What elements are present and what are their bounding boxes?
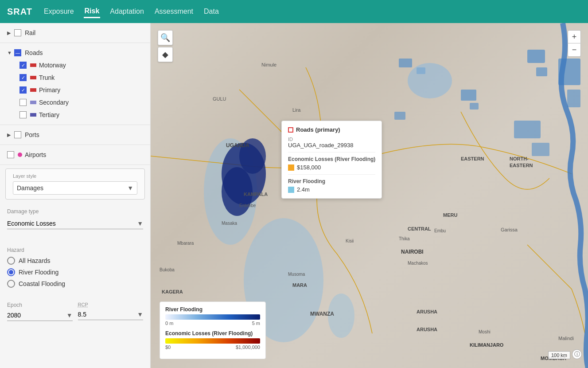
primary-color-swatch [30,88,36,92]
svg-point-17 [408,63,452,98]
nav-risk[interactable]: Risk [84,5,101,18]
popup-loss-swatch [288,164,294,171]
rail-layer-item[interactable]: ▶ Rail [5,27,145,39]
epoch-dropdown[interactable]: 2080 ▼ [7,310,73,321]
damage-type-dropdown[interactable]: Economic Losses ▼ [7,218,143,229]
hazard-all-label: All Hazards [19,257,51,264]
top-navigation: SRAT Exposure Risk Adaptation Assessment… [0,0,588,23]
svg-text:GULU: GULU [213,96,226,102]
hazard-coastal-radio-outer[interactable] [7,280,15,288]
sidebar: ▶ Rail ▼ Roads Motorway [0,23,151,368]
roads-checkbox[interactable] [14,49,21,56]
airports-layer-item[interactable]: Airports [5,149,145,161]
rail-layer-section: ▶ Rail [0,23,150,43]
map-area[interactable]: Nimule GULU Lira UGANDA Jinja KAMPALA En… [151,23,588,368]
hazard-all-radio-outer[interactable] [7,257,15,265]
info-button[interactable]: ⓘ [572,349,582,359]
svg-rect-15 [461,90,476,101]
rail-expand-icon[interactable]: ▶ [7,30,14,36]
ports-expand-icon[interactable]: ▶ [7,132,14,138]
epoch-col: Epoch 2080 ▼ [7,302,73,321]
svg-text:Garissa: Garissa [501,227,518,232]
svg-text:EASTERN: EASTERN [461,156,484,161]
popup-title-text: Roads (primary) [296,126,340,133]
roads-layer-item[interactable]: ▼ Roads [5,47,145,59]
secondary-checkbox[interactable] [19,99,27,106]
nav-data[interactable]: Data [203,6,220,17]
nav-adaptation[interactable]: Adaptation [109,6,145,17]
hazard-coastal-radio[interactable]: Coastal Flooding [7,280,143,288]
epoch-label: Epoch [7,302,73,308]
tertiary-layer-item[interactable]: Tertiary [18,109,145,121]
trunk-layer-item[interactable]: Trunk [18,71,145,84]
svg-text:NAIROBI: NAIROBI [401,249,424,255]
ports-checkbox[interactable] [14,131,21,138]
svg-rect-3 [527,50,545,63]
hazard-all-radio[interactable]: All Hazards [7,257,143,265]
svg-text:ARUSHA: ARUSHA [417,309,437,314]
popup-river-flooding-value: 2.4m [297,186,310,193]
svg-text:Machakos: Machakos [408,261,428,266]
primary-label: Primary [39,86,60,94]
popup-economic-losses-label: Economic Losses (River Flooding) [288,156,375,162]
layers-button[interactable]: ◆ [158,47,173,62]
motorway-color-swatch [30,63,36,67]
search-button[interactable]: 🔍 [158,30,173,45]
primary-layer-item[interactable]: Primary [18,84,145,96]
search-icon: 🔍 [160,33,170,43]
losses-legend-labels: $0 $1,000,000 [165,345,260,350]
svg-rect-12 [399,59,412,67]
svg-text:MARA: MARA [292,282,307,288]
popup-economic-losses-value: $158,000 [297,164,321,171]
flood-legend-gradient [165,314,260,320]
airports-dot [18,153,22,157]
airports-checkbox[interactable] [7,151,14,158]
rail-checkbox[interactable] [14,29,21,36]
layer-style-dropdown[interactable]: Damages ▼ [13,181,137,195]
layers-icon: ◆ [162,50,168,59]
damage-type-section: Damage type Economic Losses ▼ [0,203,150,242]
nav-assessment[interactable]: Assessment [154,6,194,17]
svg-text:Musoma: Musoma [288,272,305,277]
losses-legend-title: Economic Losses (River Flooding) [165,330,260,337]
motorway-label: Motorway [39,62,66,69]
epoch-section: Epoch 2080 ▼ RCP 8.5 ▼ [0,297,150,326]
svg-text:EASTERN: EASTERN [510,163,533,168]
svg-text:Nimule: Nimule [261,62,276,67]
zoom-out-button[interactable]: − [568,43,581,57]
popup-river-flooding-label: River Flooding [288,178,375,184]
svg-rect-7 [514,121,541,138]
hazard-river-radio-outer[interactable] [7,268,15,276]
popup-divider-1 [288,152,375,153]
secondary-label: Secondary [39,99,69,106]
ports-layer-item[interactable]: ▶ Ports [5,129,145,141]
secondary-layer-item[interactable]: Secondary [18,96,145,109]
roads-expand-icon[interactable]: ▼ [7,50,14,55]
airports-layer-section: Airports [0,145,150,165]
svg-text:KAGERA: KAGERA [162,289,183,294]
svg-text:Malindi: Malindi [558,336,574,341]
primary-checkbox[interactable] [19,86,27,94]
svg-rect-8 [532,143,549,156]
trunk-label: Trunk [39,74,55,81]
svg-text:KILIMANJARO: KILIMANJARO [470,342,504,348]
hazard-river-label: River Flooding [19,269,58,276]
trunk-checkbox[interactable] [19,74,27,81]
layer-style-value: Damages [17,184,43,192]
popup-divider-2 [288,174,375,175]
popup-river-flooding-row: 2.4m [288,186,375,193]
svg-text:Embu: Embu [434,228,446,233]
popup-id-row: ID UGA_UGA_roade_29938 [288,137,375,149]
svg-text:KAMPALA: KAMPALA [244,192,268,197]
zoom-in-button[interactable]: + [568,30,581,43]
popup-flood-swatch [288,187,294,193]
motorway-layer-item[interactable]: Motorway [18,59,145,71]
svg-text:MERU: MERU [443,212,457,218]
airports-label: Airports [25,151,46,158]
motorway-checkbox[interactable] [19,62,27,69]
hazard-river-radio[interactable]: River Flooding [7,268,143,276]
tertiary-checkbox[interactable] [19,111,27,118]
rcp-dropdown[interactable]: 8.5 ▼ [78,309,144,320]
nav-exposure[interactable]: Exposure [43,6,75,17]
svg-text:Masaka: Masaka [222,221,237,226]
